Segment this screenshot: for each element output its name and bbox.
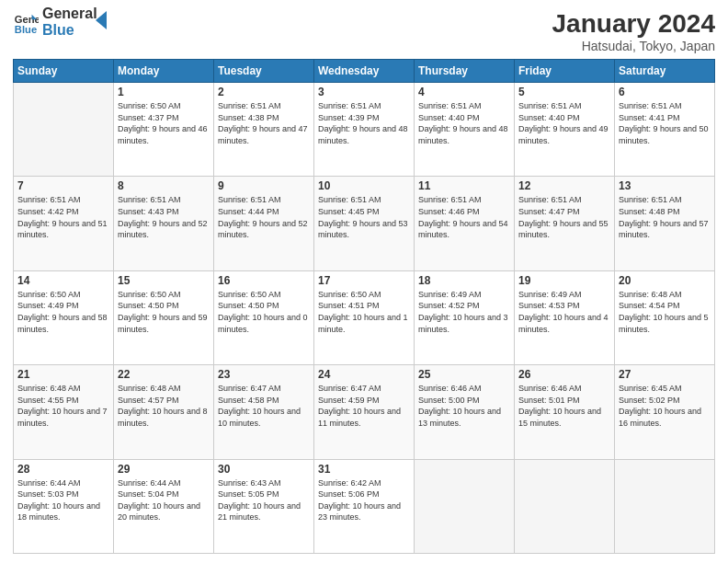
calendar-cell: 30Sunrise: 6:43 AMSunset: 5:05 PMDayligh… (214, 459, 314, 553)
day-number: 16 (218, 274, 310, 287)
calendar-cell: 24Sunrise: 6:47 AMSunset: 4:59 PMDayligh… (314, 365, 415, 459)
calendar-cell: 13Sunrise: 6:51 AMSunset: 4:48 PMDayligh… (615, 177, 715, 270)
calendar-cell: 16Sunrise: 6:50 AMSunset: 4:50 PMDayligh… (214, 270, 314, 364)
calendar-cell (615, 459, 715, 553)
logo-blue: Blue (42, 22, 97, 39)
calendar-header-friday: Friday (515, 60, 615, 83)
calendar-cell: 18Sunrise: 6:49 AMSunset: 4:52 PMDayligh… (415, 270, 515, 364)
svg-marker-3 (96, 11, 107, 29)
calendar-cell: 6Sunrise: 6:51 AMSunset: 4:41 PMDaylight… (615, 83, 715, 177)
day-info: Sunrise: 6:50 AMSunset: 4:50 PMDaylight:… (218, 289, 310, 335)
calendar-cell: 25Sunrise: 6:46 AMSunset: 5:00 PMDayligh… (415, 365, 515, 459)
logo: General Blue General Blue (13, 9, 114, 38)
calendar-cell: 31Sunrise: 6:42 AMSunset: 5:06 PMDayligh… (314, 459, 415, 553)
calendar-week-row: 28Sunrise: 6:44 AMSunset: 5:03 PMDayligh… (14, 459, 715, 553)
calendar-cell: 17Sunrise: 6:50 AMSunset: 4:51 PMDayligh… (314, 270, 415, 364)
header: General Blue General Blue January 2024 H… (13, 9, 715, 53)
calendar-week-row: 21Sunrise: 6:48 AMSunset: 4:55 PMDayligh… (14, 365, 715, 459)
day-number: 14 (17, 274, 109, 287)
calendar-cell (515, 459, 615, 553)
day-number: 7 (17, 179, 109, 192)
calendar-cell: 10Sunrise: 6:51 AMSunset: 4:45 PMDayligh… (314, 177, 415, 270)
day-info: Sunrise: 6:48 AMSunset: 4:55 PMDaylight:… (17, 383, 109, 429)
day-number: 2 (218, 86, 310, 98)
day-info: Sunrise: 6:51 AMSunset: 4:44 PMDaylight:… (218, 194, 310, 240)
day-number: 17 (318, 274, 410, 287)
main-title: January 2024 (552, 9, 715, 39)
calendar-cell: 11Sunrise: 6:51 AMSunset: 4:46 PMDayligh… (415, 177, 515, 270)
calendar-cell: 23Sunrise: 6:47 AMSunset: 4:58 PMDayligh… (214, 365, 314, 459)
day-number: 26 (518, 368, 610, 381)
day-info: Sunrise: 6:49 AMSunset: 4:53 PMDaylight:… (518, 289, 610, 335)
calendar-cell: 14Sunrise: 6:50 AMSunset: 4:49 PMDayligh… (14, 270, 114, 364)
calendar-week-row: 14Sunrise: 6:50 AMSunset: 4:49 PMDayligh… (14, 270, 715, 364)
day-number: 31 (318, 463, 410, 476)
day-info: Sunrise: 6:51 AMSunset: 4:38 PMDaylight:… (218, 100, 310, 146)
svg-text:Blue: Blue (15, 24, 37, 35)
day-info: Sunrise: 6:51 AMSunset: 4:47 PMDaylight:… (518, 194, 610, 240)
day-info: Sunrise: 6:51 AMSunset: 4:41 PMDaylight:… (619, 100, 711, 146)
calendar-cell (14, 83, 114, 177)
title-block: January 2024 Hatsudai, Tokyo, Japan (552, 9, 715, 53)
day-number: 18 (418, 274, 510, 287)
subtitle: Hatsudai, Tokyo, Japan (552, 39, 715, 53)
calendar-cell: 19Sunrise: 6:49 AMSunset: 4:53 PMDayligh… (515, 270, 615, 364)
day-number: 22 (118, 368, 210, 381)
calendar-header-monday: Monday (114, 60, 214, 83)
calendar-cell: 29Sunrise: 6:44 AMSunset: 5:04 PMDayligh… (114, 459, 214, 553)
day-info: Sunrise: 6:47 AMSunset: 4:59 PMDaylight:… (318, 383, 410, 429)
calendar-table: SundayMondayTuesdayWednesdayThursdayFrid… (13, 59, 715, 554)
day-number: 8 (118, 179, 210, 192)
day-info: Sunrise: 6:51 AMSunset: 4:39 PMDaylight:… (318, 100, 410, 146)
day-number: 23 (218, 368, 310, 381)
calendar-cell: 5Sunrise: 6:51 AMSunset: 4:40 PMDaylight… (515, 83, 615, 177)
day-number: 9 (218, 179, 310, 192)
day-info: Sunrise: 6:50 AMSunset: 4:37 PMDaylight:… (118, 100, 210, 146)
calendar-cell: 8Sunrise: 6:51 AMSunset: 4:43 PMDaylight… (114, 177, 214, 270)
day-info: Sunrise: 6:46 AMSunset: 5:00 PMDaylight:… (418, 383, 510, 429)
day-info: Sunrise: 6:44 AMSunset: 5:03 PMDaylight:… (17, 477, 109, 523)
logo-icon: General Blue (13, 11, 39, 37)
calendar-cell: 22Sunrise: 6:48 AMSunset: 4:57 PMDayligh… (114, 365, 214, 459)
calendar-header-sunday: Sunday (14, 60, 114, 83)
calendar-week-row: 7Sunrise: 6:51 AMSunset: 4:42 PMDaylight… (14, 177, 715, 270)
day-info: Sunrise: 6:50 AMSunset: 4:51 PMDaylight:… (318, 289, 410, 335)
calendar-cell: 20Sunrise: 6:48 AMSunset: 4:54 PMDayligh… (615, 270, 715, 364)
day-info: Sunrise: 6:51 AMSunset: 4:48 PMDaylight:… (619, 194, 711, 240)
calendar-cell: 1Sunrise: 6:50 AMSunset: 4:37 PMDaylight… (114, 83, 214, 177)
day-number: 24 (318, 368, 410, 381)
calendar-cell (415, 459, 515, 553)
day-number: 27 (619, 368, 711, 381)
calendar-header-thursday: Thursday (415, 60, 515, 83)
day-number: 12 (518, 179, 610, 192)
day-number: 3 (318, 86, 410, 98)
calendar-cell: 2Sunrise: 6:51 AMSunset: 4:38 PMDaylight… (214, 83, 314, 177)
day-number: 29 (118, 463, 210, 476)
day-info: Sunrise: 6:42 AMSunset: 5:06 PMDaylight:… (318, 477, 410, 523)
day-number: 5 (518, 86, 610, 98)
day-number: 20 (619, 274, 711, 287)
day-number: 30 (218, 463, 310, 476)
calendar-header-saturday: Saturday (615, 60, 715, 83)
day-number: 19 (518, 274, 610, 287)
calendar-cell: 28Sunrise: 6:44 AMSunset: 5:03 PMDayligh… (14, 459, 114, 553)
day-number: 1 (118, 86, 210, 98)
calendar-cell: 26Sunrise: 6:46 AMSunset: 5:01 PMDayligh… (515, 365, 615, 459)
calendar-cell: 21Sunrise: 6:48 AMSunset: 4:55 PMDayligh… (14, 365, 114, 459)
calendar-header-wednesday: Wednesday (314, 60, 415, 83)
day-info: Sunrise: 6:51 AMSunset: 4:40 PMDaylight:… (418, 100, 510, 146)
day-number: 28 (17, 463, 109, 476)
calendar-cell: 4Sunrise: 6:51 AMSunset: 4:40 PMDaylight… (415, 83, 515, 177)
day-info: Sunrise: 6:44 AMSunset: 5:04 PMDaylight:… (118, 477, 210, 523)
calendar-cell: 12Sunrise: 6:51 AMSunset: 4:47 PMDayligh… (515, 177, 615, 270)
calendar-cell: 7Sunrise: 6:51 AMSunset: 4:42 PMDaylight… (14, 177, 114, 270)
day-number: 4 (418, 86, 510, 98)
day-info: Sunrise: 6:43 AMSunset: 5:05 PMDaylight:… (218, 477, 310, 523)
day-number: 15 (118, 274, 210, 287)
logo-triangle-icon (96, 11, 114, 29)
day-number: 10 (318, 179, 410, 192)
day-info: Sunrise: 6:51 AMSunset: 4:40 PMDaylight:… (518, 100, 610, 146)
day-info: Sunrise: 6:51 AMSunset: 4:42 PMDaylight:… (17, 194, 109, 240)
day-info: Sunrise: 6:50 AMSunset: 4:50 PMDaylight:… (118, 289, 210, 335)
calendar-header-tuesday: Tuesday (214, 60, 314, 83)
